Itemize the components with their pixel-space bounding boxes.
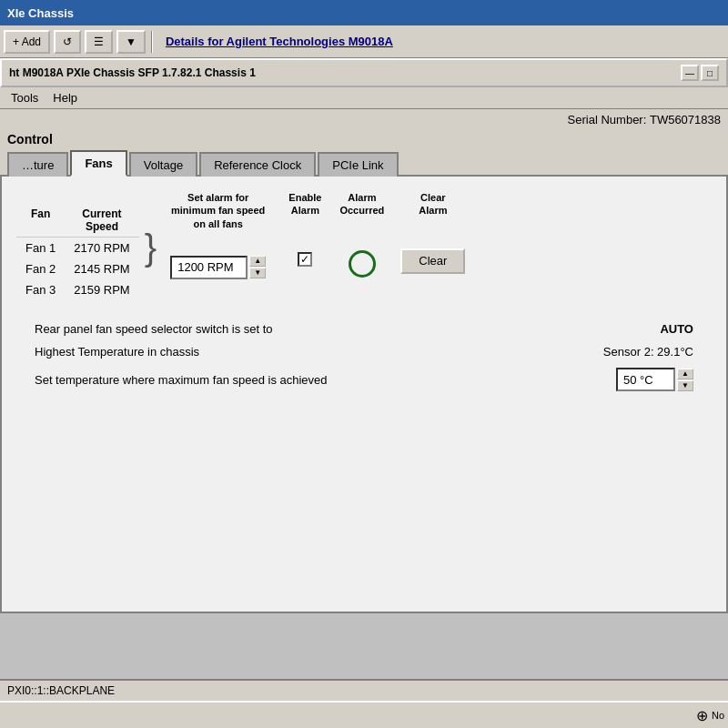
temperature-label: Highest Temperature in chassis — [35, 345, 199, 359]
tab-reference-clock[interactable]: Reference Clock — [199, 152, 316, 177]
taskbar-label: No — [712, 710, 724, 721]
title-bar-text: XIe Chassis — [7, 6, 74, 20]
refresh-button[interactable]: ↺ — [54, 30, 81, 54]
toolbar-separator — [151, 31, 153, 53]
info-row-temperature: Highest Temperature in chassis Sensor 2:… — [16, 345, 712, 359]
rpm-spinner: ▲ ▼ — [249, 256, 266, 278]
table-row: Fan 2 2145 RPM — [16, 258, 139, 279]
alarm-circle — [349, 250, 376, 278]
enable-alarm-checkbox-cell: ✓ — [298, 252, 312, 267]
serial-number-label: Serial Number: — [568, 113, 647, 126]
taskbar-icon: ⊕ — [696, 707, 708, 724]
fan-speed: 2170 RPM — [65, 238, 138, 259]
menu-bar: Tools Help — [0, 87, 728, 109]
temp-spinner: ▲ ▼ — [677, 369, 693, 391]
dropdown-button[interactable]: ▼ — [116, 30, 146, 54]
temp-input-group: ▲ ▼ — [616, 368, 693, 391]
fan-table: Fan CurrentSpeed Fan 1 2170 RPM Fan 2 21… — [16, 191, 139, 300]
enable-alarm-checkbox[interactable]: ✓ — [298, 252, 312, 267]
fan-switch-label: Rear panel fan speed selector switch is … — [35, 322, 273, 336]
temperature-value: Sensor 2: 29.1°C — [603, 345, 693, 359]
minimize-button[interactable]: — — [681, 65, 699, 81]
table-row: Fan 1 2170 RPM — [16, 238, 139, 259]
window-title: ht M9018A PXIe Chassis SFP 1.7.82.1 Chas… — [9, 66, 256, 79]
info-row-max-temp: Set temperature where maximum fan speed … — [16, 368, 712, 391]
clear-alarm-button[interactable]: Clear — [400, 248, 465, 274]
tab-temperature[interactable]: …ture — [7, 152, 68, 177]
brace-decoration: } — [139, 228, 162, 268]
tab-voltage[interactable]: Voltage — [129, 152, 197, 177]
temp-spin-down[interactable]: ▼ — [677, 380, 693, 391]
temp-spin-up[interactable]: ▲ — [677, 369, 693, 379]
status-bar: PXI0::1::BACKPLANE — [0, 679, 728, 701]
col-set-alarm-header: Set alarm forminimum fan speedon all fan… — [166, 191, 270, 230]
main-panel: Fan CurrentSpeed Fan 1 2170 RPM Fan 2 21… — [0, 177, 728, 613]
temp-input[interactable] — [616, 368, 675, 391]
fan-switch-value: AUTO — [660, 322, 693, 336]
col-alarm-occurred-header: AlarmOccurred — [339, 191, 384, 217]
col-speed: CurrentSpeed — [65, 191, 138, 238]
fan-speed: 2159 RPM — [65, 279, 138, 300]
tab-pcie-link[interactable]: PCIe Link — [318, 152, 398, 177]
menu-item-tools[interactable]: Tools — [4, 89, 46, 106]
alarm-occurred-indicator — [349, 250, 376, 278]
title-bar: XIe Chassis — [0, 0, 728, 25]
info-row-fan-switch: Rear panel fan speed selector switch is … — [16, 322, 712, 336]
window-titlebar: ht M9018A PXIe Chassis SFP 1.7.82.1 Chas… — [0, 58, 728, 87]
rpm-spin-up[interactable]: ▲ — [249, 256, 266, 267]
rpm-spin-down[interactable]: ▼ — [249, 268, 266, 278]
fan-name: Fan 2 — [16, 258, 65, 279]
col-enable-alarm-header: EnableAlarm — [288, 191, 321, 217]
status-text: PXI0::1::BACKPLANE — [7, 684, 115, 697]
menu-item-help[interactable]: Help — [46, 89, 85, 106]
table-row: Fan 3 2159 RPM — [16, 279, 139, 300]
list-view-button[interactable]: ☰ — [85, 30, 113, 54]
details-link[interactable]: Details for Agilent Technologies M9018A — [166, 35, 393, 48]
fan-speed: 2145 RPM — [65, 258, 138, 279]
taskbar-right: ⊕ No — [696, 707, 724, 724]
info-section: Rear panel fan speed selector switch is … — [16, 322, 712, 391]
tabs-container: …ture Fans Voltage Reference Clock PCIe … — [0, 148, 728, 177]
fan-name: Fan 3 — [16, 279, 65, 300]
fan-name: Fan 1 — [16, 238, 65, 259]
serial-header: Serial Number: TW56071838 — [0, 109, 728, 130]
taskbar: ⊕ No — [0, 701, 728, 728]
window-controls: — □ — [681, 65, 719, 81]
control-label: Control — [0, 130, 728, 148]
rpm-input-group: ▲ ▼ — [170, 256, 266, 279]
tab-fans[interactable]: Fans — [70, 150, 126, 177]
add-button[interactable]: + Add — [4, 30, 50, 54]
serial-number-value: TW56071838 — [650, 113, 721, 126]
toolbar: + Add ↺ ☰ ▼ Details for Agilent Technolo… — [0, 25, 728, 58]
maximize-button[interactable]: □ — [701, 65, 719, 81]
col-clear-alarm-header: ClearAlarm — [419, 191, 447, 217]
col-fan: Fan — [16, 191, 65, 238]
rpm-input[interactable] — [170, 256, 248, 279]
max-temp-label: Set temperature where maximum fan speed … — [35, 373, 328, 387]
